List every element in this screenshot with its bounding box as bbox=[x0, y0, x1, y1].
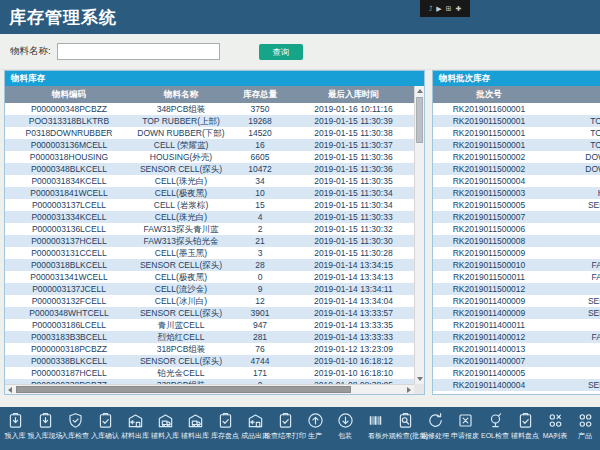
toolbar-item-8[interactable]: 库存盘点 bbox=[210, 407, 240, 439]
scroll-left-icon[interactable] bbox=[8, 387, 12, 393]
table-row[interactable]: P000031334KCELLCELL(珠光白)42019-01-15 11:3… bbox=[5, 211, 414, 223]
table-row[interactable]: P0003183B3BCELL烈焰红CELL2812019-01-14 13:3… bbox=[5, 331, 414, 343]
table-row[interactable]: P000003131CCELLCELL(墨玉黑)32019-01-15 11:3… bbox=[5, 247, 414, 259]
table-cell: 2019-01-14 13:34:04 bbox=[291, 295, 414, 307]
vertical-scroll-thumb[interactable] bbox=[416, 97, 423, 143]
table-row[interactable]: RK2019011500005SENSOR CELL(探头) bbox=[433, 199, 600, 211]
table-row[interactable]: P000000348PCBZZ348PCB组装37502019-01-16 10… bbox=[5, 103, 414, 115]
table-cell: P000031334KCELL bbox=[5, 211, 133, 223]
table-row[interactable]: RK2019011500011FAW313探头铂光金 bbox=[433, 271, 600, 283]
table-row[interactable]: RK2019011500006CELL(极夜黑) bbox=[433, 223, 600, 235]
export-icon[interactable]: ⤴ bbox=[429, 5, 433, 12]
table-row[interactable]: P000003136MCELLCELL (荣耀蓝)162019-01-15 11… bbox=[5, 139, 414, 151]
table-cell: RK2019011500007 bbox=[433, 211, 545, 223]
table-row[interactable]: RK2019011500001TOP RUBBER(上部) bbox=[433, 115, 600, 127]
table-row[interactable]: RK2019011500009CELL(珠光白) bbox=[433, 247, 600, 259]
table-cell: RK2019011400009 bbox=[433, 295, 545, 307]
table-row[interactable]: RK2019011400009SENSOR CELL(探头) bbox=[433, 295, 600, 307]
toolbar-item-5[interactable]: 材料出库 bbox=[120, 407, 150, 439]
table-row[interactable]: P000031841WCELLCELL(极夜黑)102019-01-15 11:… bbox=[5, 187, 414, 199]
table-row[interactable]: P0000318BLKCELLSENSOR CELL(探头)282019-01-… bbox=[5, 259, 414, 271]
toolbar-item-12[interactable]: 包装 bbox=[330, 407, 360, 439]
grid-icon[interactable]: ⊞ bbox=[446, 5, 452, 12]
toolbar-item-3[interactable]: 入库检查 bbox=[60, 407, 90, 439]
scroll-right-icon[interactable] bbox=[407, 387, 411, 393]
table-row[interactable]: P000003137LCELLCELL (岩浆棕)152019-01-15 11… bbox=[5, 199, 414, 211]
circles-x-icon bbox=[547, 412, 564, 429]
scope-icon bbox=[487, 412, 504, 429]
circle-down-icon bbox=[337, 412, 354, 429]
toolbar-item-15[interactable]: 返修处理 bbox=[420, 407, 450, 439]
table-row[interactable]: P0000338BLKCELLSENSOR CELL(探头)47442019-0… bbox=[5, 355, 414, 367]
query-button[interactable]: 查询 bbox=[259, 44, 303, 60]
horizontal-scrollbar[interactable] bbox=[5, 384, 414, 394]
table-row[interactable]: RK2019011400005CELL (岩浆棕) bbox=[433, 367, 600, 379]
toolbar-item-19[interactable]: MA列表 bbox=[540, 407, 570, 439]
pin-icon[interactable]: ✚ bbox=[455, 5, 461, 12]
table-row[interactable]: RK2019011500010FAW313探头青川蓝 bbox=[433, 259, 600, 271]
table-row[interactable]: P0000348WHTCELLSENSOR CELL(探头)39012019-0… bbox=[5, 307, 414, 319]
table-cell: RK2019011500001 bbox=[433, 139, 545, 151]
toolbar-item-10[interactable]: 检查结果打印 bbox=[270, 407, 300, 439]
scroll-up-icon[interactable] bbox=[417, 89, 423, 93]
toolbar-item-14[interactable]: 外观检查(批量) bbox=[390, 407, 420, 439]
table-row[interactable]: RK2019011600001348PCB组装 bbox=[433, 103, 600, 115]
table-row[interactable]: POO313318BLKTRBTOP RUBBER(上部)192682019-0… bbox=[5, 115, 414, 127]
table-cell: 2019-01-14 13:33:57 bbox=[291, 307, 414, 319]
toolbar-item-label: 入库确认 bbox=[91, 432, 119, 439]
table-row[interactable]: RK2019011400004SENSOR CELL(探头) bbox=[433, 391, 600, 394]
material-name-input[interactable] bbox=[57, 43, 220, 60]
table-cell: SENSOR CELL(探头) bbox=[133, 307, 229, 319]
table-row[interactable]: P0318DOWNRUBBERDOWN RUBBER(下部)145202019-… bbox=[5, 127, 414, 139]
table-row[interactable]: RK2019011500012CELL(墨玉黑) bbox=[433, 283, 600, 295]
capture-overlay[interactable]: ⤴▶⊞✚ bbox=[420, 0, 470, 17]
toolbar-item-17[interactable]: EOL检查 bbox=[480, 407, 510, 439]
table-row[interactable]: RK2019011500001TOP RUBBER(上部) bbox=[433, 127, 600, 139]
table-row[interactable]: P0000348BLKCELLSENSOR CELL(探头)104722019-… bbox=[5, 163, 414, 175]
table-row[interactable]: P000003187HCELL铂光金CELL1712019-01-10 16:1… bbox=[5, 367, 414, 379]
toolbar-item-11[interactable]: 生产 bbox=[300, 407, 330, 439]
table-row[interactable]: RK2019011500002DOWN RUBBER(下部) bbox=[433, 151, 600, 163]
table-row[interactable]: RK2019011500003HOUSING(外壳) bbox=[433, 187, 600, 199]
table-row[interactable]: P0000318HOUSINGHOUSING(外壳)66052019-01-15… bbox=[5, 151, 414, 163]
table-row[interactable]: RK2019011500002DOWN RUBBER(下部) bbox=[433, 163, 600, 175]
table-row[interactable]: P000031341WCELLCELL(极夜黑)02019-01-14 13:3… bbox=[5, 271, 414, 283]
toolbar-item-18[interactable]: 辅料盘点 bbox=[510, 407, 540, 439]
table-cell: RK2019011500002 bbox=[433, 151, 545, 163]
table-row[interactable]: P000031834KCELLCELL(珠光白)342019-01-15 11:… bbox=[5, 175, 414, 187]
scroll-down-icon[interactable] bbox=[417, 377, 423, 381]
table-row[interactable]: RK2019011400011CELL(流沙金) bbox=[433, 319, 600, 331]
table-row[interactable]: RK2019011400012FAW313探头铂光金 bbox=[433, 331, 600, 343]
play-icon[interactable]: ▶ bbox=[436, 5, 441, 12]
table-cell: 2019-01-14 13:34:15 bbox=[291, 259, 414, 271]
clipboard-search-icon bbox=[397, 412, 414, 429]
bottom-toolbar: 预入库预入库现场入库检查入库确认材料出库辅料入库辅料出库库存盘点成品出口检查结果… bbox=[0, 407, 600, 450]
toolbar-item-4[interactable]: 入库确认 bbox=[90, 407, 120, 439]
table-row[interactable]: RK2019011400009SENSOR CELL(探头) bbox=[433, 307, 600, 319]
table-row[interactable]: RK2019011500004CELL (荣耀蓝) bbox=[433, 175, 600, 187]
table-row[interactable]: RK2019011400007CELL(冰川白) bbox=[433, 355, 600, 367]
table-row[interactable]: P000003137HCELLFAW313探头铂光金212019-01-15 1… bbox=[5, 235, 414, 247]
table-row[interactable]: RK2019011500008CELL (岩浆棕) bbox=[433, 235, 600, 247]
toolbar-item-1[interactable]: 预入库 bbox=[0, 407, 30, 439]
toolbar-item-16[interactable]: 申请报废 bbox=[450, 407, 480, 439]
table-row[interactable]: RK2019011400004SENSOR CELL(探头) bbox=[433, 379, 600, 391]
table-row[interactable]: RK2019011400013CELL (荣耀蓝) bbox=[433, 343, 600, 355]
table-row[interactable]: P000003186LCELL青川蓝CELL9472019-01-14 13:3… bbox=[5, 319, 414, 331]
table-row[interactable]: RK2019011500001TOP RUBBER(上部) bbox=[433, 139, 600, 151]
table-row[interactable]: P000003136LCELLFAW313探头青川蓝22019-01-15 11… bbox=[5, 223, 414, 235]
table-row[interactable]: P000003137JCELLCELL(流沙金)92019-01-14 13:3… bbox=[5, 283, 414, 295]
toolbar-item-20[interactable]: 产品 bbox=[570, 407, 600, 439]
vertical-scrollbar[interactable] bbox=[414, 86, 424, 384]
horizontal-scroll-thumb[interactable] bbox=[16, 386, 351, 393]
toolbar-item-7[interactable]: 辅料出库 bbox=[180, 407, 210, 439]
toolbar-item-label: 产品 bbox=[578, 432, 592, 439]
table-cell: 348PCB组装 bbox=[545, 103, 600, 115]
table-row[interactable]: P000003132FCELLCELL(冰川白)122019-01-14 13:… bbox=[5, 295, 414, 307]
table-cell: P000003136MCELL bbox=[5, 139, 133, 151]
toolbar-item-6[interactable]: 辅料入库 bbox=[150, 407, 180, 439]
table-row[interactable]: P000000318PCBZZ318PCB组装762019-01-12 13:2… bbox=[5, 343, 414, 355]
table-cell: CELL(珠光白) bbox=[133, 211, 229, 223]
toolbar-item-2[interactable]: 预入库现场 bbox=[30, 407, 60, 439]
table-row[interactable]: RK2019011500007CELL(珠光白) bbox=[433, 211, 600, 223]
